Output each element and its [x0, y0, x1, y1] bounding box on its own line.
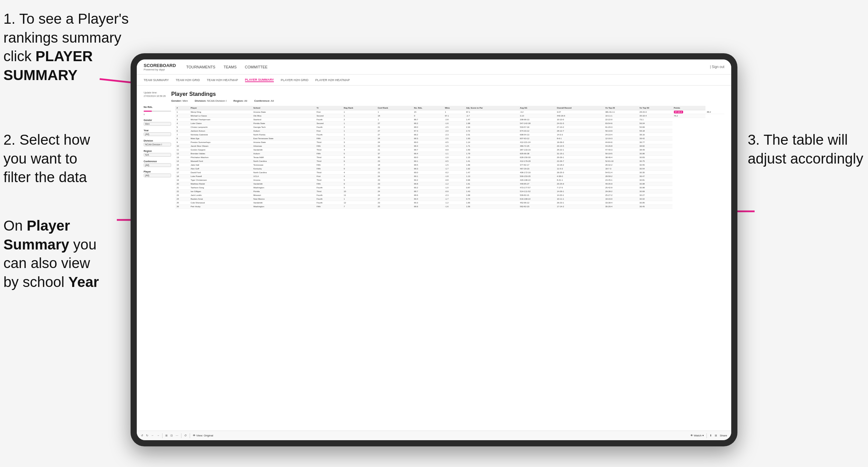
- division-select[interactable]: NCAA Division I: [144, 143, 171, 146]
- table-row: 8Mats EgeEast Tennessee StateFifth12468.…: [175, 137, 724, 141]
- table-row: 7Nicholas GabrelcikNorth FloridaFourth12…: [175, 133, 724, 137]
- more-btn[interactable]: ⋯: [176, 434, 178, 437]
- logo: SCOREBOARD Powered by dippi: [144, 63, 176, 71]
- nav-teams[interactable]: TEAMS: [224, 64, 237, 70]
- table-header-row: # Player School Yr Reg Rank Conf Rank No…: [175, 106, 724, 110]
- instruction-step3: 3. The table will adjust accordingly: [748, 131, 865, 168]
- col-rank: #: [175, 106, 189, 110]
- page-info: Player Standings Gender: Men Division: N…: [171, 91, 274, 102]
- bottom-toolbar: ↺ ↻ ← → ⊞ ⊡ ⋯ ⏱ 👁 View: Original 👁 Watch…: [137, 431, 731, 440]
- nav-committee[interactable]: COMMITTEE: [245, 64, 268, 70]
- table-row: 15Jake HallTennesseeFifth71868.5-1.51.66…: [175, 163, 724, 167]
- division-filter-label: Division: NCAA Division I: [195, 99, 226, 102]
- region-filter-label: Region: All: [233, 99, 247, 102]
- table-row: 20Matthew RiedelVanderbiltFifth92368.8-1…: [175, 182, 724, 186]
- watch-btn[interactable]: 👁 Watch ▾: [690, 434, 703, 437]
- table-row: 22Ian GilliganFloridaThird102468.7-0.91.…: [175, 190, 724, 193]
- share-btn[interactable]: Share: [720, 434, 727, 437]
- separator-3: [190, 433, 190, 438]
- separator-4: [706, 433, 707, 438]
- table-row: 14Maxwell FordNorth CarolinaThird92369.1…: [175, 159, 724, 163]
- forward-btn[interactable]: →: [157, 434, 159, 437]
- no-rds-slider[interactable]: [144, 111, 171, 112]
- grid-btn[interactable]: ⊞: [715, 434, 717, 437]
- table-body: 1Wenyi DingArizona StateFirst1115167.1-3…: [175, 110, 724, 209]
- col-vs-top-25: Vs Top 25: [604, 106, 638, 110]
- view-btn[interactable]: 👁 View: Original: [193, 434, 213, 437]
- instruction-bottom: On PlayerSummary youcan also viewby scho…: [3, 216, 120, 291]
- content-body: No Rds. 0 Gender Men Year (All): [144, 106, 724, 425]
- separator-1: [162, 433, 163, 438]
- table-row: 21Taehoon SongWashingtonFourth52369.2-1.…: [175, 186, 724, 190]
- col-points: Points: [672, 106, 705, 110]
- watch-chevron: ▾: [702, 434, 704, 437]
- table-row: 2Michael Le SassoOle MissSecond118067.1-…: [175, 114, 724, 118]
- view-label: View: Original: [196, 434, 213, 437]
- table-row: 23Jack LundinMissouriFourth112468.6-2.31…: [175, 193, 724, 197]
- table-row: 10Jacob Skov OlesenArkansasFifth32268.4-…: [175, 144, 724, 148]
- region-filter-group: Region N/A: [144, 150, 171, 157]
- download-btn[interactable]: ⬇: [710, 434, 712, 437]
- col-yr: Yr: [315, 106, 342, 110]
- col-overall: Overall Record: [556, 106, 604, 110]
- sidebar-filters: No Rds. 0 Gender Men Year (All): [144, 106, 171, 425]
- col-no-rds: No. Rds.: [413, 106, 444, 110]
- tablet: SCOREBOARD Powered by dippi TOURNAMENTS …: [131, 53, 737, 446]
- subnav-team-h2h-grid[interactable]: TEAM H2H GRID: [176, 78, 200, 82]
- table-row: 18Luke PowellUCLAFirst42469.1-1.81.13500…: [175, 175, 724, 178]
- nav-bar: SCOREBOARD Powered by dippi TOURNAMENTS …: [137, 59, 731, 75]
- table-row: 13Phichaksn MaichonTexas A&MThird63069.0…: [175, 156, 724, 159]
- col-conf-rank: Conf Rank: [376, 106, 413, 110]
- timer-btn[interactable]: ⏱: [184, 434, 187, 437]
- update-time: Update time: 27/03/2024 16:56:26: [144, 91, 166, 98]
- nav-tournaments[interactable]: TOURNAMENTS: [186, 64, 215, 70]
- table-row: 6Jackson KoivunAuburnFirst12767.3-2.02.7…: [175, 129, 724, 133]
- col-vs-top-50: Vs Top 50: [638, 106, 672, 110]
- no-rds-filter: No Rds. 0: [144, 106, 171, 115]
- tablet-screen: SCOREBOARD Powered by dippi TOURNAMENTS …: [137, 59, 731, 440]
- division-filter-group: Division NCAA Division I: [144, 140, 171, 146]
- conference-select[interactable]: (All): [144, 163, 171, 167]
- subnav-player-h2h-heatmap[interactable]: PLAYER H2H HEATMAP: [315, 78, 350, 82]
- col-player: Player: [189, 106, 252, 110]
- table-row: 26Petr HrubyWashingtonFifth72568.6-1.61.…: [175, 205, 724, 209]
- table-row: 5Christo LamprechtGeorgia TechFourth2216…: [175, 125, 724, 129]
- sub-nav: TEAM SUMMARY TEAM H2H GRID TEAM H2H HEAT…: [137, 75, 731, 86]
- undo-btn[interactable]: ↺: [141, 434, 143, 437]
- table-row: 11Gordon SargentVanderbiltThird42168.7-0…: [175, 148, 724, 152]
- table-row: 25Cole SherwoodVanderbiltFourth122369.3-…: [175, 201, 724, 205]
- table-row: 9Preston SummerhaysArizona StateThird324…: [175, 141, 724, 144]
- watch-label: Watch: [694, 434, 701, 437]
- player-select[interactable]: (All): [144, 174, 171, 177]
- gender-select[interactable]: Men: [144, 122, 171, 126]
- year-select[interactable]: (All): [144, 132, 171, 136]
- slider-fill: [144, 111, 152, 112]
- copy-btn[interactable]: ⊞: [165, 434, 168, 437]
- eye-icon: 👁: [690, 434, 693, 437]
- paste-btn[interactable]: ⊡: [170, 434, 173, 437]
- table-wrapper: # Player School Yr Reg Rank Conf Rank No…: [175, 106, 724, 425]
- filters-row: Gender: Men Division: NCAA Division I Re…: [171, 99, 274, 102]
- conference-filter-group: Conference (All): [144, 160, 171, 167]
- subnav-team-h2h-heatmap[interactable]: TEAM H2H HEATMAP: [207, 78, 238, 82]
- subnav-team-summary[interactable]: TEAM SUMMARY: [144, 78, 169, 82]
- subnav-player-h2h-grid[interactable]: PLAYER H2H GRID: [281, 78, 308, 82]
- redo-btn[interactable]: ↻: [146, 434, 148, 437]
- gender-filter-group: Gender Men: [144, 119, 171, 126]
- table-row: 1Wenyi DingArizona StateFirst1115167.1-3…: [175, 110, 724, 114]
- table-row: 19Tiger ChristensenArizonaThird52369.2-0…: [175, 178, 724, 182]
- region-select[interactable]: N/A: [144, 153, 171, 157]
- sign-out-link[interactable]: | Sign out: [710, 65, 724, 69]
- player-filter-group: Player (All): [144, 170, 171, 177]
- page-title: Player Standings: [171, 91, 274, 97]
- separator-2: [181, 433, 181, 438]
- col-avg-sg: Avg SG: [519, 106, 556, 110]
- main-content: Update time: 27/03/2024 16:56:26 Player …: [137, 86, 731, 431]
- view-icon: 👁: [193, 434, 196, 437]
- table-row: 12Brendan ValdesAuburnFifth53768.4-1.11.…: [175, 152, 724, 156]
- back-btn[interactable]: ←: [151, 434, 154, 437]
- standings-table: # Player School Yr Reg Rank Conf Rank No…: [175, 106, 724, 209]
- instruction-step2: 2. Select how you want to filter the dat…: [3, 131, 113, 187]
- subnav-player-summary[interactable]: PLAYER SUMMARY: [245, 78, 274, 82]
- nav-items: TOURNAMENTS TEAMS COMMITTEE: [186, 64, 710, 70]
